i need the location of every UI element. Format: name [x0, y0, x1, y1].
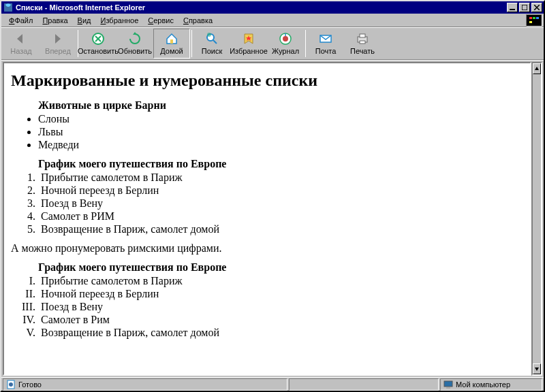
list-item: Слоны — [38, 113, 523, 125]
stop-label: Остановить — [78, 47, 119, 55]
mail-label: Почта — [315, 47, 337, 55]
menubar: ФФайл Правка Вид Избранное Сервис Справк… — [1, 14, 544, 27]
minimize-button[interactable] — [507, 3, 518, 12]
svg-rect-23 — [360, 41, 365, 44]
menu-view[interactable]: Вид — [73, 15, 96, 26]
toolbar: Назад Вперед Остановить Обновить Домой П… — [1, 27, 544, 60]
refresh-icon — [127, 32, 142, 46]
page-viewport[interactable]: Маркированные и нумерованные списки Живо… — [3, 62, 531, 376]
print-label: Печать — [350, 47, 375, 55]
favorites-label: Избранное — [230, 47, 268, 55]
svg-rect-1 — [510, 9, 515, 10]
content-area: Маркированные и нумерованные списки Живо… — [1, 60, 544, 377]
history-icon — [278, 32, 293, 46]
statusbar: Готово Мой компьютер — [1, 377, 544, 391]
stop-button[interactable]: Остановить — [80, 29, 116, 59]
list-item: Прибытие самолетом в Париж — [38, 275, 523, 287]
svg-line-15 — [213, 40, 217, 44]
titlebar: Списки - Microsoft Internet Explorer — [1, 1, 544, 14]
stop-icon — [91, 32, 106, 46]
back-button[interactable]: Назад — [3, 29, 40, 59]
forward-button[interactable]: Вперед — [40, 29, 76, 59]
bulleted-list: Слоны Львы Медведи — [26, 113, 523, 151]
print-icon — [355, 32, 370, 46]
favorites-button[interactable]: Избранное — [230, 29, 267, 59]
svg-point-16 — [207, 33, 211, 37]
menu-help[interactable]: Справка — [178, 15, 217, 26]
list-item: Самолет в Рим — [38, 314, 523, 326]
scroll-up-button[interactable] — [533, 63, 541, 74]
mail-icon — [318, 32, 333, 46]
list-item: Ночной переезд в Берлин — [38, 288, 523, 300]
status-zone-text: Мой компьютер — [456, 380, 510, 389]
menu-tools[interactable]: Сервис — [143, 15, 178, 26]
back-label: Назад — [10, 47, 32, 55]
scroll-down-button[interactable] — [533, 363, 541, 374]
vertical-scrollbar[interactable] — [531, 62, 542, 376]
forward-label: Вперед — [45, 47, 71, 55]
svg-point-25 — [9, 382, 13, 387]
section-heading: График моего путешествия по Европе — [38, 158, 523, 170]
print-button[interactable]: Печать — [344, 29, 381, 59]
numbered-list: Прибытие самолетом в Париж Ночной переез… — [25, 172, 523, 235]
computer-icon — [443, 380, 453, 389]
status-ready-text: Готово — [18, 380, 42, 389]
svg-rect-7 — [533, 17, 535, 19]
svg-rect-2 — [522, 5, 527, 10]
menu-favorites[interactable]: Избранное — [96, 15, 144, 26]
scroll-track[interactable] — [533, 74, 541, 363]
list-item: Возвращение в Париж, самолет домой — [38, 223, 523, 235]
refresh-button[interactable]: Обновить — [116, 29, 153, 59]
svg-rect-13 — [170, 39, 173, 44]
back-arrow-icon — [14, 32, 29, 46]
roman-numbered-list: Прибытие самолетом в Париж Ночной переез… — [19, 275, 523, 339]
refresh-label: Обновить — [118, 47, 152, 55]
mail-button[interactable]: Почта — [307, 29, 344, 59]
menu-file[interactable]: ФФайл — [4, 15, 37, 26]
close-button[interactable] — [531, 3, 542, 12]
ie-app-icon — [3, 2, 14, 13]
search-button[interactable]: Поиск — [193, 29, 230, 59]
list-item: Прибытие самолетом в Париж — [38, 172, 523, 184]
search-label: Поиск — [202, 47, 222, 55]
svg-rect-6 — [529, 17, 532, 19]
list-item: Ночной переезд в Берлин — [38, 184, 523, 197]
window-title: Списки - Microsoft Internet Explorer — [16, 3, 505, 12]
list-item: Поезд в Вену — [38, 301, 523, 313]
history-label: Журнал — [272, 47, 299, 55]
svg-rect-22 — [360, 34, 365, 37]
ie-page-icon — [6, 380, 16, 389]
list-item: Возвращение в Париж, самолет домой — [38, 327, 523, 339]
toolbar-separator — [305, 30, 306, 57]
history-button[interactable]: Журнал — [267, 29, 304, 59]
status-ready-pane: Готово — [3, 378, 287, 391]
svg-rect-9 — [529, 21, 532, 23]
ie-logo-icon — [526, 14, 542, 27]
paragraph: А можно пронумеровать римскими цифрами. — [11, 242, 523, 255]
list-item: Медведи — [38, 139, 523, 151]
svg-rect-8 — [536, 17, 539, 19]
toolbar-separator — [191, 30, 192, 57]
browser-window: Списки - Microsoft Internet Explorer ФФа… — [0, 0, 545, 392]
home-label: Домой — [160, 47, 183, 55]
section-heading: Животные в цирке Барни — [38, 99, 523, 112]
list-item: Поезд в Вену — [38, 197, 523, 210]
svg-point-18 — [283, 36, 288, 42]
list-item: Львы — [38, 126, 523, 138]
status-zone-pane: Мой компьютер — [440, 378, 542, 391]
forward-arrow-icon — [50, 32, 65, 46]
maximize-button[interactable] — [519, 3, 530, 12]
menu-edit[interactable]: Правка — [37, 15, 72, 26]
page-title: Маркированные и нумерованные списки — [11, 71, 523, 90]
svg-rect-26 — [444, 381, 452, 387]
status-middle-pane — [289, 378, 439, 391]
home-icon — [164, 32, 179, 46]
home-button[interactable]: Домой — [153, 29, 190, 59]
list-item: Самолет в РИМ — [38, 210, 523, 223]
search-icon — [204, 32, 219, 46]
section-heading: График моего путешествия по Европе — [38, 261, 523, 274]
favorites-icon — [241, 32, 256, 46]
svg-rect-27 — [446, 387, 450, 389]
